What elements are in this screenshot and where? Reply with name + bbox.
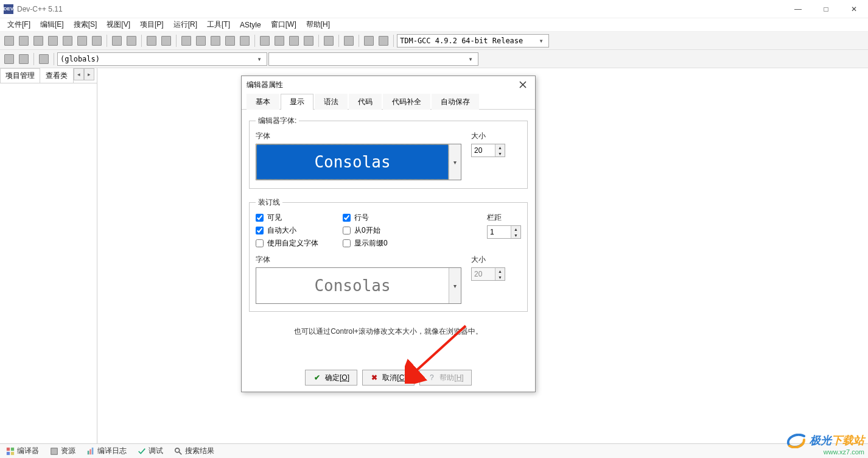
menu-view[interactable]: 视图[V] bbox=[102, 18, 135, 31]
help-icon: ? bbox=[427, 373, 436, 382]
bottom-tab-search-results[interactable]: 搜索结果 bbox=[172, 445, 217, 457]
new-file-button[interactable] bbox=[2, 34, 16, 48]
find-button[interactable] bbox=[145, 34, 158, 48]
bottom-tab-compiler[interactable]: 编译器 bbox=[4, 445, 41, 457]
tb-btn-h[interactable] bbox=[377, 34, 390, 48]
compile-run-icon bbox=[211, 36, 220, 46]
dialog-tab-complete[interactable]: 代码补全 bbox=[383, 94, 430, 110]
tb-btn-c[interactable] bbox=[287, 34, 301, 48]
run-icon bbox=[196, 36, 206, 46]
member-select[interactable]: ▾ bbox=[268, 52, 478, 66]
compile-run-button[interactable] bbox=[209, 34, 222, 48]
toolbar-separator bbox=[359, 35, 359, 47]
dialog-tab-display[interactable]: 显示 bbox=[281, 94, 313, 110]
save-button[interactable] bbox=[32, 34, 45, 48]
replace-button[interactable] bbox=[159, 34, 173, 48]
gutter-font-select: Consolas ▾ bbox=[256, 267, 461, 304]
scope-select[interactable]: (globals) ▾ bbox=[57, 52, 267, 66]
nav-fwd-button[interactable] bbox=[17, 52, 30, 66]
chk-line-numbers[interactable]: 行号 bbox=[343, 213, 388, 223]
menu-run[interactable]: 运行[R] bbox=[169, 18, 202, 31]
gutter-margin-input[interactable] bbox=[488, 226, 511, 238]
bottom-tab-resources[interactable]: 资源 bbox=[47, 445, 78, 457]
debug-button[interactable] bbox=[238, 34, 251, 48]
chk-visible[interactable]: 可见 bbox=[256, 213, 318, 223]
menu-help[interactable]: 帮助[H] bbox=[301, 18, 335, 31]
chk-start-zero[interactable]: 从0开始 bbox=[343, 225, 388, 236]
find-icon bbox=[147, 36, 156, 46]
tb-btn-d[interactable] bbox=[302, 34, 315, 48]
svg-rect-4 bbox=[51, 448, 58, 454]
tb-btn-b[interactable] bbox=[273, 34, 286, 48]
dialog-title-text: 编辑器属性 bbox=[247, 80, 516, 90]
dialog-tab-autosave[interactable]: 自动保存 bbox=[432, 94, 479, 110]
save-as-button[interactable] bbox=[61, 34, 74, 48]
toolbar-separator bbox=[54, 53, 54, 65]
menu-window[interactable]: 窗口[W] bbox=[266, 18, 301, 31]
tab-scroll-right[interactable]: ▸ bbox=[84, 68, 94, 80]
resource-icon bbox=[50, 447, 58, 456]
menubar: 文件[F] 编辑[E] 搜索[S] 视图[V] 项目[P] 运行[R] 工具[T… bbox=[0, 18, 868, 32]
save-all-button[interactable] bbox=[46, 34, 60, 48]
nav-back-button[interactable] bbox=[2, 52, 16, 66]
tab-class-view[interactable]: 查看类 bbox=[40, 68, 73, 83]
svg-line-9 bbox=[179, 451, 181, 454]
chk-leading-zero[interactable]: 显示前缀0 bbox=[343, 238, 388, 248]
minimize-button[interactable]: — bbox=[784, 0, 812, 18]
spin-up-icon[interactable]: ▲ bbox=[511, 226, 520, 232]
editor-font-size-input[interactable] bbox=[472, 144, 495, 157]
bottom-tab-debug[interactable]: 调试 bbox=[135, 445, 166, 457]
redo-button[interactable] bbox=[125, 34, 138, 48]
cancel-button[interactable]: ✖ 取消[C] bbox=[362, 370, 415, 386]
spin-down-icon[interactable]: ▼ bbox=[495, 150, 505, 157]
toolbar-separator bbox=[393, 35, 394, 47]
menu-astyle[interactable]: AStyle bbox=[235, 19, 266, 30]
compile-button[interactable] bbox=[180, 34, 193, 48]
chk-autosize[interactable]: 自动大小 bbox=[256, 225, 318, 236]
print-icon bbox=[92, 36, 102, 46]
dialog-tab-basic[interactable]: 基本 bbox=[247, 94, 279, 110]
menu-project[interactable]: 项目[P] bbox=[135, 18, 169, 31]
undo-button[interactable] bbox=[110, 34, 124, 48]
spin-down-icon: ▼ bbox=[495, 274, 505, 280]
forward-icon bbox=[19, 54, 29, 64]
dialog-tab-syntax[interactable]: 语法 bbox=[315, 94, 348, 110]
run-button[interactable] bbox=[194, 34, 208, 48]
tab-project-manager[interactable]: 项目管理 bbox=[0, 68, 40, 83]
ok-button[interactable]: ✔ 确定[O] bbox=[305, 370, 357, 386]
tb-btn-a[interactable] bbox=[258, 34, 271, 48]
goto-button[interactable] bbox=[37, 52, 51, 66]
maximize-button[interactable]: □ bbox=[812, 0, 840, 18]
compiler-select[interactable]: TDM-GCC 4.9.2 64-bit Release ▾ bbox=[397, 34, 549, 48]
tab-scroll-left[interactable]: ◂ bbox=[74, 68, 84, 80]
dialog-close-button[interactable] bbox=[516, 77, 530, 92]
tb-btn-f[interactable] bbox=[342, 34, 355, 48]
bottom-tab-compile-log[interactable]: 编译日志 bbox=[84, 445, 129, 457]
gutter-margin-spinner[interactable]: ▲▼ bbox=[487, 225, 521, 239]
menu-file[interactable]: 文件[F] bbox=[2, 18, 35, 31]
editor-gutter-edge bbox=[97, 68, 101, 443]
tb-btn-g[interactable] bbox=[362, 34, 376, 48]
close-button[interactable]: ✕ bbox=[840, 0, 868, 18]
menu-search[interactable]: 搜索[S] bbox=[69, 18, 102, 31]
editor-font-size-spinner[interactable]: ▲▼ bbox=[471, 144, 505, 157]
save-as-icon bbox=[63, 36, 72, 46]
menu-tools[interactable]: 工具[T] bbox=[202, 18, 235, 31]
redo-icon bbox=[127, 36, 136, 46]
open-file-button[interactable] bbox=[17, 34, 30, 48]
print-button[interactable] bbox=[90, 34, 103, 48]
spin-down-icon[interactable]: ▼ bbox=[511, 232, 520, 238]
help-button[interactable]: ? 帮助[H] bbox=[419, 370, 472, 386]
dialog-titlebar[interactable]: 编辑器属性 bbox=[242, 76, 535, 93]
menu-edit[interactable]: 编辑[E] bbox=[35, 18, 69, 31]
dialog-tab-code[interactable]: 代码 bbox=[349, 94, 382, 110]
tb-btn-e[interactable] bbox=[322, 34, 335, 48]
editor-font-select[interactable]: Consolas ▾ bbox=[256, 144, 461, 180]
rebuild-button[interactable] bbox=[223, 34, 237, 48]
spin-up-icon[interactable]: ▲ bbox=[495, 144, 505, 150]
chk-custom-font[interactable]: 使用自定义字体 bbox=[256, 238, 318, 248]
side-panel: 项目管理 查看类 ◂ ▸ bbox=[0, 68, 97, 443]
chevron-down-icon: ▾ bbox=[466, 55, 475, 63]
rebuild-icon bbox=[225, 36, 235, 46]
close-file-button[interactable] bbox=[75, 34, 89, 48]
